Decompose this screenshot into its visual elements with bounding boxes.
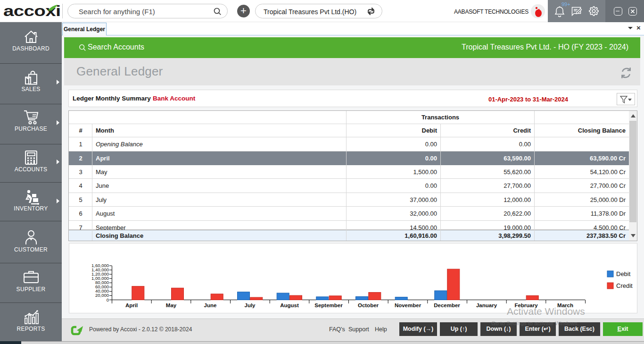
- svg-text:April: April: [125, 302, 138, 308]
- svg-text:1,60,000: 1,60,000: [91, 263, 109, 268]
- svg-text:June: June: [204, 302, 217, 308]
- svg-text:November: November: [395, 302, 421, 308]
- svg-text:Credit: Credit: [616, 282, 633, 289]
- svg-text:October: October: [358, 302, 379, 308]
- svg-text:August: August: [280, 302, 299, 308]
- svg-text:May: May: [166, 302, 177, 308]
- svg-text:January: January: [476, 302, 497, 308]
- svg-text:September: September: [314, 302, 343, 308]
- svg-text:Debit: Debit: [616, 270, 631, 277]
- svg-text:July: July: [244, 302, 256, 308]
- svg-text:December: December: [434, 302, 460, 308]
